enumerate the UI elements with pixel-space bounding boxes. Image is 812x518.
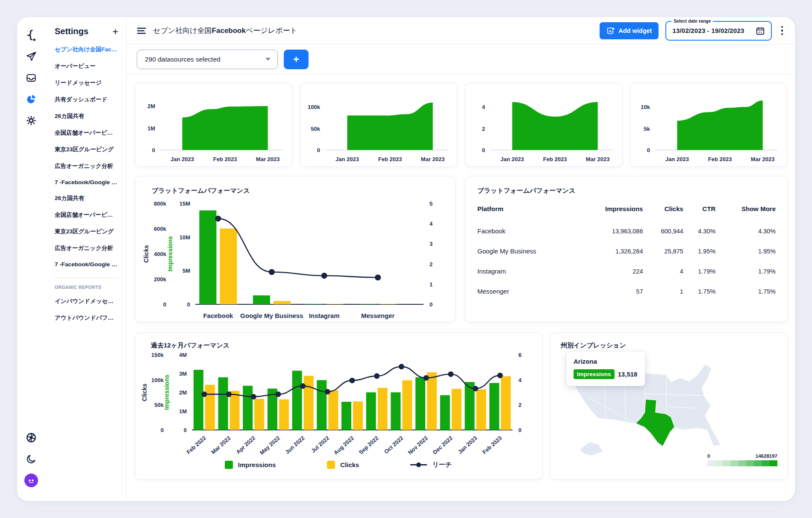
- sidebar-item[interactable]: 共有ダッシュボード: [55, 96, 118, 103]
- svg-text:150k: 150k: [151, 352, 164, 358]
- hamburger-menu-icon[interactable]: [137, 27, 146, 35]
- svg-text:Dec 2022: Dec 2022: [432, 435, 454, 456]
- map-color-scale: 0 14628197: [707, 453, 777, 466]
- send-icon[interactable]: [23, 48, 40, 65]
- svg-text:Jul 2022: Jul 2022: [310, 435, 330, 454]
- svg-text:100k: 100k: [308, 104, 321, 110]
- svg-text:4: 4: [430, 221, 433, 227]
- chart-title: プラットフォームパフォーマンス: [152, 187, 446, 195]
- twelve-month-chart-card: 過去12ヶ月パフォーマンス ClicksImpressions050k100k1…: [135, 333, 542, 480]
- table-cell: 25,875: [644, 241, 684, 261]
- twelve-month-combo-chart: ClicksImpressions050k100k150k01M2M3M4M02…: [141, 350, 535, 458]
- svg-text:50k: 50k: [311, 126, 320, 132]
- date-range-label: Select date range: [671, 18, 713, 24]
- svg-text:3M: 3M: [179, 371, 187, 377]
- svg-text:200k: 200k: [154, 276, 167, 283]
- sidebar-section-header: ORGANIC REPORTS: [55, 285, 118, 290]
- scale-min: 0: [707, 453, 710, 459]
- svg-text:2M: 2M: [179, 389, 187, 396]
- inbox-icon[interactable]: [23, 69, 40, 86]
- sidebar-item[interactable]: 26カ国共有: [55, 194, 118, 202]
- legend-item: Clicks: [327, 461, 359, 469]
- svg-text:6: 6: [518, 352, 521, 358]
- legend-label: リーチ: [432, 461, 452, 469]
- table-header: Clicks: [644, 201, 684, 221]
- gear-icon[interactable]: [23, 112, 40, 129]
- help-avatar-badge[interactable]: [23, 472, 40, 489]
- svg-text:Jan 2023: Jan 2023: [171, 156, 194, 162]
- svg-text:Apr 2022: Apr 2022: [235, 435, 256, 455]
- platform-table: PlatformImpressionsClicksCTRShow MoreFac…: [477, 201, 777, 301]
- sidebar-item[interactable]: 全国店舗オーバービュー: [55, 129, 118, 137]
- scale-cell: [762, 460, 769, 466]
- dark-mode-moon-icon[interactable]: [23, 450, 40, 468]
- table-cell: 1.95%: [716, 241, 777, 261]
- add-report-button[interactable]: +: [112, 27, 118, 36]
- sidebar-divider: [53, 277, 118, 278]
- sidebar-item[interactable]: 東京23区グルーピング: [55, 228, 118, 235]
- svg-text:0: 0: [518, 427, 521, 433]
- sidebar-item[interactable]: 7 -Facebook/Google My...: [55, 179, 118, 185]
- svg-text:100k: 100k: [151, 377, 164, 383]
- main-area: セブン社向け全国Facebookページレポート Add widget Selec…: [127, 17, 795, 501]
- sidebar-organic-items: インバウンドメッセージアウトバウンドパフォーマンス: [55, 297, 118, 331]
- svg-text:15M: 15M: [179, 200, 190, 207]
- calendar-icon[interactable]: [756, 26, 765, 35]
- spark-card-impressions: 01M2MJan 2023Feb 2023Mar 2023: [135, 83, 292, 167]
- table-cell: 4.30%: [684, 221, 717, 241]
- globe-wheel-icon[interactable]: [23, 429, 40, 446]
- table-cell: Facebook: [477, 221, 578, 241]
- date-range-input[interactable]: Select date range 13/02/2023 - 19/02/202…: [665, 21, 771, 41]
- table-cell: 1.75%: [716, 281, 777, 301]
- add-widget-button[interactable]: Add widget: [600, 22, 659, 39]
- svg-text:Feb 2023: Feb 2023: [708, 156, 732, 162]
- sidebar-item[interactable]: 広告オーガニック分析: [55, 244, 118, 252]
- bottom-row: 過去12ヶ月パフォーマンス ClicksImpressions050k100k1…: [135, 333, 788, 480]
- svg-text:2: 2: [430, 261, 432, 268]
- sidebar-item[interactable]: セブン社向け全国Facebo...: [55, 46, 118, 53]
- svg-text:Mar 2023: Mar 2023: [751, 156, 775, 162]
- pie-chart-icon[interactable]: [23, 91, 40, 108]
- table-row: Messenger5711.75%1.75%: [477, 281, 777, 301]
- sidebar-item[interactable]: オーバービュー: [55, 62, 118, 70]
- sidebar-item[interactable]: 7 -Facebook/Google My...: [55, 261, 118, 268]
- svg-text:Facebook: Facebook: [203, 312, 233, 319]
- svg-text:Oct 2022: Oct 2022: [383, 435, 404, 455]
- svg-text:400k: 400k: [154, 251, 167, 257]
- avatar: [24, 474, 38, 487]
- more-options-kebab-icon[interactable]: [779, 24, 786, 38]
- sidebar-item[interactable]: 広告オーガニック分析: [55, 162, 118, 170]
- sidebar-item[interactable]: インバウンドメッセージ: [55, 297, 118, 305]
- svg-text:Impressions: Impressions: [163, 375, 170, 410]
- svg-text:May 2022: May 2022: [259, 435, 281, 456]
- legend-label: Clicks: [340, 461, 359, 468]
- state-impressions-map-card: 州別インプレッション Arizona Impressions 13,518 0 …: [550, 333, 788, 480]
- chevron-down-icon: [265, 58, 271, 61]
- sidebar-title: Settings: [55, 26, 88, 36]
- sidebar-item[interactable]: アウトバウンドパフォーマンス: [55, 314, 118, 322]
- tooltip-metric-chip: Impressions: [574, 369, 615, 379]
- svg-text:5k: 5k: [644, 126, 650, 132]
- legend-swatch: [327, 461, 335, 469]
- sidebar: Settings + セブン社向け全国Facebo...オーバービューリードメッ…: [45, 17, 127, 501]
- kpi-spark-row: 01M2MJan 2023Feb 2023Mar 2023 050k100kJa…: [135, 83, 788, 167]
- brand-logo-icon[interactable]: [23, 26, 40, 44]
- platform-performance-table-card: プラットフォームパフォーマンス PlatformImpressionsClick…: [465, 176, 788, 322]
- tooltip-state-name: Arizona: [574, 358, 637, 365]
- table-cell: 600,944: [644, 221, 684, 241]
- legend-swatch: [225, 461, 233, 469]
- chart-title: 過去12ヶ月パフォーマンス: [151, 341, 535, 350]
- svg-text:1M: 1M: [147, 125, 155, 132]
- svg-text:Feb 2023: Feb 2023: [213, 156, 237, 162]
- svg-text:0: 0: [163, 301, 166, 308]
- sidebar-item[interactable]: 全国店舗オーバービュー: [55, 211, 118, 219]
- datasources-dropdown[interactable]: 290 datasources selected: [137, 50, 278, 69]
- sidebar-item[interactable]: 東京23区グルーピング: [55, 146, 118, 153]
- svg-text:10M: 10M: [179, 234, 190, 241]
- svg-text:Sep 2022: Sep 2022: [358, 435, 380, 456]
- add-datasource-button[interactable]: +: [284, 50, 309, 69]
- sidebar-item[interactable]: リードメッセージ: [55, 79, 118, 87]
- sidebar-item[interactable]: 26カ国共有: [55, 112, 118, 120]
- svg-text:800k: 800k: [154, 200, 167, 207]
- dashboard-content: 01M2MJan 2023Feb 2023Mar 2023 050k100kJa…: [127, 74, 795, 501]
